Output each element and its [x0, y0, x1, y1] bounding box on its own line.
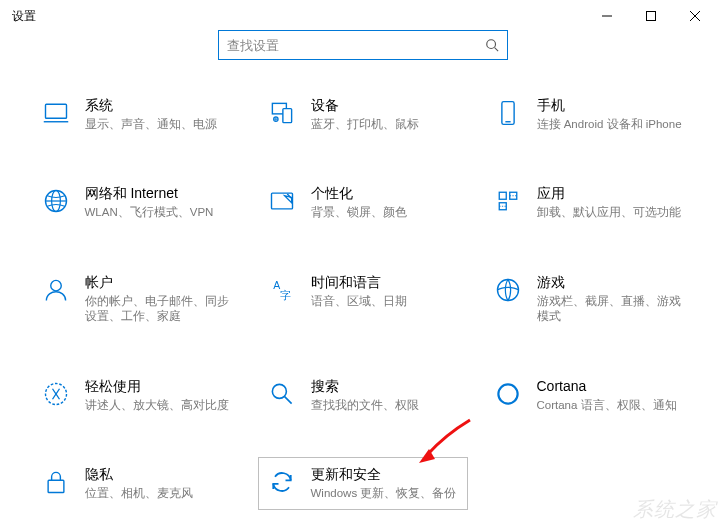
titlebar: 设置	[0, 0, 725, 32]
network-icon	[41, 186, 71, 216]
tile-title: 设备	[311, 96, 459, 115]
tile-title: 应用	[537, 184, 685, 203]
personalization-icon	[267, 186, 297, 216]
window-controls	[585, 1, 717, 31]
tile-title: 更新和安全	[311, 465, 459, 484]
tile-gaming[interactable]: 游戏 游戏栏、截屏、直播、游戏模式	[484, 265, 694, 333]
svg-line-5	[494, 48, 498, 52]
tile-cortana[interactable]: Cortana Cortana 语言、权限、通知	[484, 369, 694, 421]
svg-text:字: 字	[280, 289, 291, 301]
tile-phone[interactable]: 手机 连接 Android 设备和 iPhone	[484, 88, 694, 140]
tile-accounts[interactable]: 帐户 你的帐户、电子邮件、同步设置、工作、家庭	[32, 265, 242, 333]
tile-subtitle: 蓝牙、打印机、鼠标	[311, 117, 459, 133]
tile-title: 隐私	[85, 465, 233, 484]
tile-subtitle: 游戏栏、截屏、直播、游戏模式	[537, 294, 685, 325]
tile-search[interactable]: 搜索 查找我的文件、权限	[258, 369, 468, 421]
search-tile-icon	[267, 379, 297, 409]
tile-personalization[interactable]: 个性化 背景、锁屏、颜色	[258, 176, 468, 228]
tile-apps[interactable]: 应用 卸载、默认应用、可选功能	[484, 176, 694, 228]
tile-subtitle: 语音、区域、日期	[311, 294, 459, 310]
tile-subtitle: Windows 更新、恢复、备份	[311, 486, 459, 502]
tile-title: 个性化	[311, 184, 459, 203]
svg-rect-6	[45, 104, 66, 118]
phone-icon	[493, 98, 523, 128]
settings-grid: 系统 显示、声音、通知、电源 设备 蓝牙、打印机、鼠标 手机 连接 Androi…	[0, 88, 725, 510]
svg-line-31	[284, 396, 291, 403]
tile-time-language[interactable]: A字 时间和语言 语音、区域、日期	[258, 265, 468, 333]
tile-title: 帐户	[85, 273, 233, 292]
tile-title: Cortana	[537, 377, 685, 396]
tile-network[interactable]: 网络和 Internet WLAN、飞行模式、VPN	[32, 176, 242, 228]
tile-title: 手机	[537, 96, 685, 115]
svg-point-30	[272, 384, 286, 398]
tile-subtitle: 卸载、默认应用、可选功能	[537, 205, 685, 221]
tile-subtitle: 你的帐户、电子邮件、同步设置、工作、家庭	[85, 294, 233, 325]
ease-of-access-icon	[41, 379, 71, 409]
time-language-icon: A字	[267, 275, 297, 305]
tile-subtitle: Cortana 语言、权限、通知	[537, 398, 685, 414]
tile-subtitle: 查找我的文件、权限	[311, 398, 459, 414]
tile-title: 网络和 Internet	[85, 184, 233, 203]
svg-point-32	[498, 384, 517, 403]
search-icon	[485, 38, 499, 52]
minimize-button[interactable]	[585, 1, 629, 31]
tile-ease-of-access[interactable]: 轻松使用 讲述人、放大镜、高对比度	[32, 369, 242, 421]
search-box[interactable]	[218, 30, 508, 60]
apps-icon	[493, 186, 523, 216]
tile-subtitle: 背景、锁屏、颜色	[311, 205, 459, 221]
tile-devices[interactable]: 设备 蓝牙、打印机、鼠标	[258, 88, 468, 140]
tile-privacy[interactable]: 隐私 位置、相机、麦克风	[32, 457, 242, 509]
tile-subtitle: 位置、相机、麦克风	[85, 486, 233, 502]
window-title: 设置	[8, 8, 36, 25]
tile-update-security[interactable]: 更新和安全 Windows 更新、恢复、备份	[258, 457, 468, 509]
privacy-icon	[41, 467, 71, 497]
close-button[interactable]	[673, 1, 717, 31]
tile-title: 搜索	[311, 377, 459, 396]
svg-rect-9	[282, 109, 291, 123]
system-icon	[41, 98, 71, 128]
gaming-icon	[493, 275, 523, 305]
devices-icon	[267, 98, 297, 128]
tile-title: 轻松使用	[85, 377, 233, 396]
tile-subtitle: 连接 Android 设备和 iPhone	[537, 117, 685, 133]
cortana-icon	[493, 379, 523, 409]
tile-subtitle: WLAN、飞行模式、VPN	[85, 205, 233, 221]
tile-title: 游戏	[537, 273, 685, 292]
svg-point-4	[486, 40, 495, 49]
tile-title: 时间和语言	[311, 273, 459, 292]
search-row	[0, 30, 725, 60]
svg-text:A: A	[273, 279, 280, 291]
watermark: 系统之家	[633, 496, 717, 523]
svg-rect-1	[647, 12, 656, 21]
accounts-icon	[41, 275, 71, 305]
search-input[interactable]	[227, 38, 485, 53]
svg-point-28	[497, 279, 518, 300]
maximize-button[interactable]	[629, 1, 673, 31]
update-security-icon	[267, 467, 297, 497]
tile-subtitle: 显示、声音、通知、电源	[85, 117, 233, 133]
svg-rect-33	[48, 480, 64, 492]
tile-subtitle: 讲述人、放大镜、高对比度	[85, 398, 233, 414]
svg-rect-13	[501, 102, 513, 125]
svg-rect-20	[499, 193, 506, 200]
tile-title: 系统	[85, 96, 233, 115]
tile-system[interactable]: 系统 显示、声音、通知、电源	[32, 88, 242, 140]
svg-point-25	[50, 280, 61, 291]
